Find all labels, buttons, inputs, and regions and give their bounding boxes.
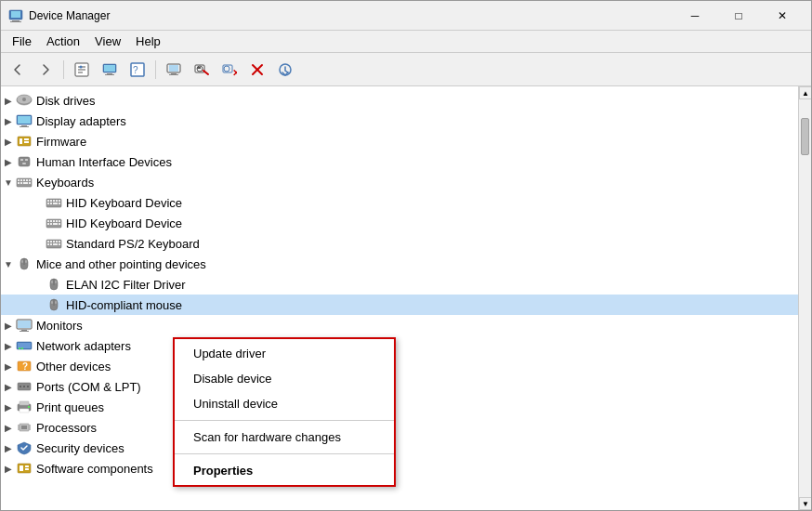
tree-item-other-devices[interactable]: ▶ ? Other devices: [1, 356, 798, 376]
tree-item-ps2-keyboard[interactable]: ▶ Standard PS/2 Keyboard: [1, 233, 798, 254]
expander-keyboards[interactable]: ▼: [1, 175, 16, 190]
monitors-icon: [16, 318, 33, 333]
toolbar: ? ✕: [1, 53, 811, 86]
minimize-button[interactable]: ─: [674, 1, 716, 31]
tree-item-security[interactable]: ▶ Security devices: [1, 438, 798, 458]
svg-rect-66: [50, 220, 52, 222]
svg-rect-49: [29, 179, 31, 181]
remove-button[interactable]: [244, 57, 270, 83]
ctx-properties[interactable]: Properties: [175, 458, 394, 483]
main-area: ▶ Disk drives ▶ Display adapters ▶: [1, 86, 811, 510]
expander-monitors[interactable]: ▶: [1, 318, 16, 333]
print-queues-icon: [16, 400, 33, 414]
svg-rect-10: [104, 65, 115, 72]
add-driver-button[interactable]: ✕: [216, 57, 242, 83]
scrollbar-thumb[interactable]: [801, 118, 809, 155]
svg-rect-41: [20, 159, 23, 161]
expander-display-adapters[interactable]: ▶: [1, 113, 16, 128]
svg-rect-45: [18, 179, 20, 181]
properties-button[interactable]: [69, 57, 95, 83]
svg-rect-18: [169, 74, 178, 75]
expander-disk-drives[interactable]: ▶: [1, 93, 16, 108]
maximize-button[interactable]: □: [717, 1, 760, 31]
svg-rect-37: [20, 138, 22, 144]
expander-security[interactable]: ▶: [1, 440, 16, 455]
ctx-scan-hardware[interactable]: Scan for hardware changes: [175, 425, 394, 450]
svg-point-113: [28, 406, 30, 408]
svg-rect-86: [21, 260, 23, 263]
tree-item-hid[interactable]: ▶ Human Interface Devices: [1, 151, 798, 172]
expander-software[interactable]: ▶: [1, 461, 16, 476]
expander-hid[interactable]: ▶: [1, 154, 16, 169]
tree-item-display-adapters[interactable]: ▶ Display adapters: [1, 111, 798, 131]
scrollbar[interactable]: ▲ ▼: [798, 86, 811, 510]
tree-item-hid-keyboard-2[interactable]: ▶ HID Keyboard Device: [1, 213, 798, 233]
expander-other[interactable]: ▶: [1, 359, 16, 373]
back-button[interactable]: [5, 57, 31, 83]
display-adapters-label: Display adapters: [36, 114, 126, 128]
tree-item-firmware[interactable]: ▶ Firmware: [1, 131, 798, 151]
expander-network[interactable]: ▶: [1, 338, 16, 353]
device-manager-button[interactable]: [97, 57, 123, 83]
tree-item-software-components[interactable]: ▶ Software components: [1, 458, 798, 478]
hid-keyboard-1-label: HID Keyboard Device: [66, 196, 182, 210]
firmware-icon: [16, 134, 33, 149]
svg-rect-81: [50, 243, 52, 245]
tree-item-hid-keyboard-1[interactable]: ▶ HID Keyboard Device: [1, 192, 798, 213]
monitor-button[interactable]: [161, 57, 187, 83]
scroll-down-arrow[interactable]: ▼: [799, 497, 811, 510]
ctx-uninstall-device[interactable]: Uninstall device: [175, 391, 394, 416]
tree-item-print-queues[interactable]: ▶ Print queues: [1, 397, 798, 417]
tree-item-processors[interactable]: ▶ Processors: [1, 417, 798, 438]
svg-point-103: [21, 347, 23, 349]
expander-processors[interactable]: ▶: [1, 420, 16, 435]
tree-item-keyboards[interactable]: ▼ Keyboards: [1, 172, 798, 192]
forward-button[interactable]: [33, 57, 59, 83]
other-devices-label: Other devices: [36, 360, 111, 373]
svg-rect-90: [51, 281, 53, 283]
scroll-up-arrow[interactable]: ▲: [799, 86, 811, 99]
show-hidden-button[interactable]: ?: [124, 57, 151, 83]
tree-item-disk-drives[interactable]: ▶ Disk drives: [1, 90, 798, 111]
tree-item-ports[interactable]: ▶ Ports (COM & LPT): [1, 376, 798, 397]
svg-rect-99: [20, 331, 29, 332]
svg-rect-73: [59, 223, 60, 225]
ctx-update-driver[interactable]: Update driver: [175, 341, 394, 366]
expander-ports[interactable]: ▶: [1, 379, 16, 394]
keyboards-label: Keyboards: [36, 176, 94, 190]
svg-rect-62: [53, 203, 58, 204]
title-bar: Device Manager ─ □ ✕: [1, 1, 811, 31]
ctx-separator-2: [175, 453, 394, 454]
toolbar-separator-1: [63, 60, 64, 79]
scan-button[interactable]: [189, 57, 215, 83]
svg-rect-17: [171, 73, 177, 74]
menu-action[interactable]: Action: [39, 33, 87, 50]
expander-print[interactable]: ▶: [1, 400, 16, 414]
expander-mice[interactable]: ▼: [1, 256, 16, 271]
device-tree[interactable]: ▶ Disk drives ▶ Display adapters ▶: [1, 86, 798, 510]
menu-help[interactable]: Help: [128, 33, 168, 50]
tree-item-monitors[interactable]: ▶ Monitors: [1, 315, 798, 335]
svg-rect-91: [55, 281, 57, 283]
svg-rect-112: [20, 409, 29, 413]
hid-keyboard-2-label: HID Keyboard Device: [66, 216, 182, 230]
svg-rect-53: [29, 182, 31, 184]
svg-rect-51: [20, 182, 22, 184]
ctx-disable-device[interactable]: Disable device: [175, 366, 394, 391]
expander-firmware[interactable]: ▶: [1, 134, 16, 149]
processors-icon: [16, 420, 33, 435]
update-button[interactable]: [272, 57, 298, 83]
close-button[interactable]: ✕: [761, 1, 804, 31]
menu-view[interactable]: View: [87, 33, 128, 50]
tree-item-hid-mouse[interactable]: ▶ HID-compliant mouse: [1, 295, 798, 315]
svg-rect-34: [21, 125, 27, 126]
svg-rect-75: [47, 241, 49, 242]
tree-item-mice[interactable]: ▼ Mice and other pointing devices: [1, 254, 798, 274]
toolbar-separator-2: [155, 60, 156, 79]
tree-item-network-adapters[interactable]: ▶ Network adapters: [1, 335, 798, 356]
svg-point-102: [19, 347, 20, 349]
menu-file[interactable]: File: [5, 33, 39, 50]
security-icon: [16, 440, 33, 455]
tree-item-elan[interactable]: ▶ ELAN I2C Filter Driver: [1, 274, 798, 295]
hid-label: Human Interface Devices: [36, 155, 172, 169]
